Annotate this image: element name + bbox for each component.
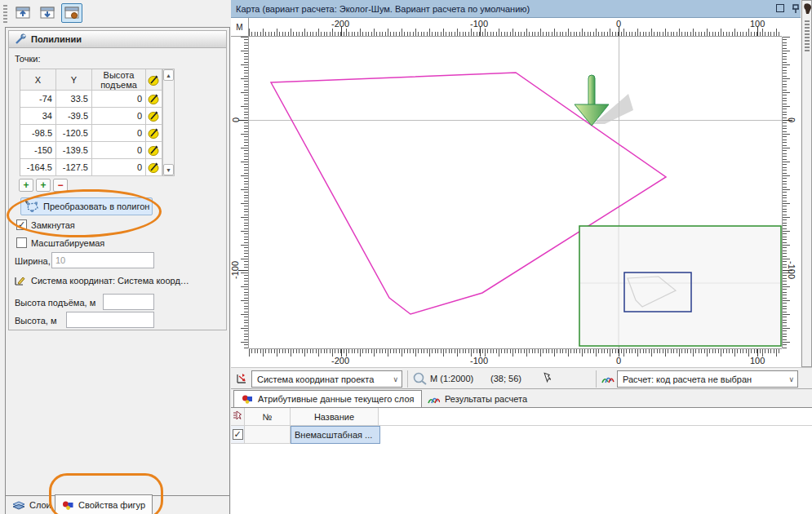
convert-button-label: Преобразовать в полигон bbox=[43, 202, 149, 211]
row-edit-button[interactable] bbox=[146, 91, 162, 108]
cell-x[interactable]: -98.5 bbox=[20, 125, 56, 142]
ruler-unit-label: М bbox=[236, 23, 242, 32]
coord-system-icon bbox=[235, 372, 249, 385]
col-x-header[interactable]: X bbox=[20, 69, 56, 91]
map-statusbar: Система координат проекта ∨ М (1:2000) (… bbox=[231, 367, 812, 389]
tab-attributes[interactable]: Атрибутивные данные текущего слоя bbox=[233, 390, 422, 407]
cell-h[interactable]: 0 bbox=[92, 142, 146, 159]
cursor-coords: (38; 56) bbox=[490, 374, 521, 383]
closed-checkbox[interactable]: ✓ bbox=[16, 219, 27, 230]
closed-checkbox-label: Замкнутая bbox=[31, 220, 75, 230]
magnifier-icon bbox=[412, 371, 428, 386]
table-row[interactable]: -74 33.5 0 bbox=[20, 91, 162, 108]
cell-x[interactable]: -74 bbox=[20, 91, 56, 108]
table-row[interactable]: -150 -139.5 0 bbox=[20, 142, 162, 159]
scalable-checkbox-row[interactable]: Масштабируемая bbox=[16, 237, 104, 248]
row-edit-button[interactable] bbox=[146, 108, 162, 125]
pin-icon[interactable] bbox=[791, 3, 801, 15]
ruler-left: 0 -100 bbox=[231, 37, 249, 348]
height-input[interactable] bbox=[66, 312, 154, 328]
cell-h[interactable]: 0 bbox=[92, 91, 146, 108]
cell-x[interactable]: -164.5 bbox=[20, 159, 56, 176]
cell-y[interactable]: -39.5 bbox=[56, 108, 92, 125]
lift-height-input[interactable] bbox=[103, 294, 154, 310]
calc-select-value: Расчет: код расчета не выбран bbox=[623, 374, 752, 384]
toolbar-grip[interactable] bbox=[3, 5, 7, 23]
edit-pen-icon bbox=[148, 74, 160, 86]
coord-system-row[interactable]: Система координат: Система коорд… bbox=[14, 275, 189, 286]
wrench-icon bbox=[15, 33, 26, 45]
cell-h[interactable]: 0 bbox=[92, 108, 146, 125]
lift-height-label: Высота подъёма, м bbox=[15, 298, 95, 308]
points-label: Точки: bbox=[15, 54, 40, 64]
scroll-up-icon[interactable]: ▲ bbox=[163, 69, 174, 81]
cell-y[interactable]: -120.5 bbox=[56, 125, 92, 142]
add-point-button[interactable]: + bbox=[19, 179, 33, 192]
points-table-scrollbar[interactable]: ▲ ▼ bbox=[162, 69, 175, 176]
app-window: { "glyphs": { "scroll_up": "▲", "scroll_… bbox=[0, 0, 812, 514]
ruler-bottom: -200 -100 0 100 bbox=[249, 348, 782, 366]
tab-shape-properties[interactable]: Свойства фигур bbox=[55, 494, 153, 514]
scroll-down-icon[interactable]: ▼ bbox=[163, 164, 174, 175]
tool-icon bbox=[803, 2, 812, 16]
window-up-icon bbox=[16, 7, 30, 20]
cell-x[interactable]: -150 bbox=[20, 142, 56, 159]
convert-to-polygon-button[interactable]: Преобразовать в полигон bbox=[20, 197, 153, 215]
closed-checkbox-row[interactable]: ✓ Замкнутая bbox=[16, 219, 75, 230]
coord-system-label: Система координат: Система коорд… bbox=[31, 276, 189, 286]
tab-results[interactable]: Результаты расчета bbox=[419, 390, 535, 407]
tab-shape-properties-label: Свойства фигур bbox=[78, 500, 145, 510]
waves-icon bbox=[427, 393, 440, 405]
collapsed-side-toolbar[interactable] bbox=[801, 0, 812, 367]
attr-row-selector[interactable]: ✓ bbox=[231, 426, 245, 444]
points-table-header: X Y Высота подъема bbox=[20, 69, 162, 91]
map-canvas[interactable] bbox=[249, 37, 782, 348]
col-y-header[interactable]: Y bbox=[56, 69, 92, 91]
map-title: Карта (вариант расчета: Эколог-Шум. Вари… bbox=[236, 4, 530, 14]
cell-h[interactable]: 0 bbox=[92, 125, 146, 142]
maximize-icon[interactable] bbox=[776, 4, 784, 12]
row-edit-button[interactable] bbox=[146, 159, 162, 176]
attr-cell-num[interactable] bbox=[245, 426, 291, 444]
cell-y[interactable]: 33.5 bbox=[56, 91, 92, 108]
ruler-label: -200 bbox=[331, 356, 349, 366]
coord-system-value: Система координат проекта bbox=[257, 374, 374, 384]
width-input[interactable]: 10 bbox=[51, 252, 154, 268]
calc-select[interactable]: Расчет: код расчета не выбран ∨ bbox=[617, 370, 798, 388]
attr-selector-header[interactable] bbox=[231, 408, 245, 426]
attr-col-name-header[interactable]: Название bbox=[291, 408, 379, 426]
add-point-alt-button[interactable]: + bbox=[36, 179, 51, 192]
col-height-header[interactable]: Высота подъема bbox=[92, 69, 146, 91]
panel-mode-button[interactable] bbox=[61, 3, 82, 23]
ruler-label: 0 bbox=[616, 356, 621, 366]
panel-down-button[interactable] bbox=[37, 3, 58, 23]
attr-row-checkbox[interactable]: ✓ bbox=[233, 429, 243, 440]
polygon-icon bbox=[24, 200, 39, 213]
row-edit-button[interactable] bbox=[146, 125, 162, 142]
table-row[interactable]: 34 -39.5 0 bbox=[20, 108, 162, 125]
chevron-down-icon: ∨ bbox=[788, 375, 794, 383]
window-down-icon bbox=[40, 7, 55, 20]
row-edit-button[interactable] bbox=[146, 142, 162, 159]
scalable-checkbox[interactable] bbox=[16, 237, 27, 248]
attr-col-num-header[interactable]: № bbox=[245, 408, 291, 426]
coord-system-select[interactable]: Система координат проекта ∨ bbox=[251, 370, 402, 388]
overview-inset[interactable] bbox=[579, 226, 781, 346]
cell-h[interactable]: 0 bbox=[92, 159, 146, 176]
remove-point-button[interactable]: − bbox=[53, 179, 68, 192]
cell-y[interactable]: -127.5 bbox=[56, 159, 92, 176]
row-cursor-icon bbox=[233, 410, 242, 423]
tab-layers[interactable]: Слои bbox=[6, 496, 58, 514]
table-row[interactable]: -98.5 -120.5 0 bbox=[20, 125, 162, 142]
ruler-right: 0 -100 bbox=[782, 37, 800, 348]
strip-grip[interactable] bbox=[805, 20, 810, 53]
ruler-label: -100 bbox=[470, 356, 488, 366]
map-window-titlebar[interactable]: Карта (вариант расчета: Эколог-Шум. Вари… bbox=[231, 0, 801, 18]
height-label: Высота, м bbox=[15, 316, 56, 326]
attr-cell-name[interactable]: Внемасштабная ... bbox=[291, 426, 380, 444]
cell-x[interactable]: 34 bbox=[20, 108, 56, 125]
cell-y[interactable]: -139.5 bbox=[56, 142, 92, 159]
points-table: X Y Высота подъема -74 33.5 0 34 -39.5 0 bbox=[20, 69, 162, 176]
panel-up-button[interactable] bbox=[12, 3, 33, 23]
table-row[interactable]: -164.5 -127.5 0 bbox=[20, 159, 162, 176]
